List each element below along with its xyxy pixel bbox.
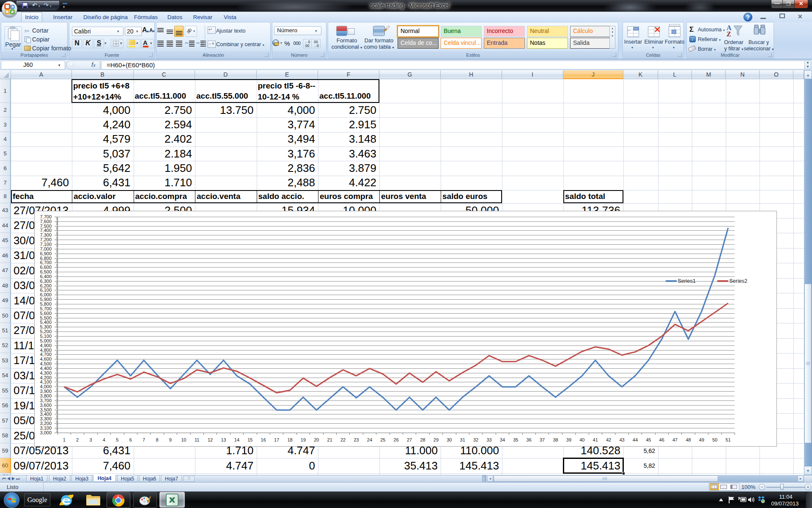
svg-text:17: 17 — [274, 437, 279, 442]
svg-text:43: 43 — [619, 437, 624, 442]
svg-text:6,700: 6,700 — [40, 260, 52, 265]
svg-text:3,400: 3,400 — [40, 411, 52, 417]
svg-text:6,600: 6,600 — [40, 265, 52, 270]
svg-text:5,100: 5,100 — [40, 334, 52, 339]
svg-text:3,900: 3,900 — [40, 389, 52, 394]
svg-text:6,500: 6,500 — [40, 269, 52, 274]
svg-text:1: 1 — [63, 437, 65, 442]
svg-text:Series1: Series1 — [678, 278, 695, 284]
svg-text:3: 3 — [89, 437, 92, 442]
svg-text:5,600: 5,600 — [40, 311, 52, 316]
svg-text:31: 31 — [460, 437, 465, 442]
svg-text:3,000: 3,000 — [40, 430, 52, 435]
svg-text:35: 35 — [513, 437, 518, 442]
svg-text:7,400: 7,400 — [40, 228, 52, 233]
svg-text:12: 12 — [207, 437, 212, 442]
svg-text:24: 24 — [367, 437, 372, 442]
svg-text:5,200: 5,200 — [40, 329, 52, 334]
svg-text:26: 26 — [393, 437, 398, 442]
svg-text:6,200: 6,200 — [40, 283, 52, 288]
svg-text:11: 11 — [194, 437, 199, 442]
svg-text:6,300: 6,300 — [40, 279, 52, 284]
svg-text:3,500: 3,500 — [40, 407, 52, 412]
svg-text:32: 32 — [473, 437, 478, 442]
svg-text:45: 45 — [646, 437, 651, 442]
svg-text:4,400: 4,400 — [40, 366, 52, 371]
svg-text:37: 37 — [539, 437, 544, 442]
svg-text:22: 22 — [340, 437, 345, 442]
svg-text:47: 47 — [672, 437, 677, 442]
svg-text:16: 16 — [261, 437, 266, 442]
svg-text:48: 48 — [686, 437, 691, 442]
svg-text:25: 25 — [380, 437, 385, 442]
svg-text:6,800: 6,800 — [40, 256, 52, 261]
svg-text:39: 39 — [566, 437, 571, 442]
svg-text:29: 29 — [433, 437, 438, 442]
svg-text:21: 21 — [327, 437, 332, 442]
svg-text:10: 10 — [181, 437, 186, 442]
svg-text:34: 34 — [499, 437, 505, 442]
svg-text:7,100: 7,100 — [40, 242, 52, 247]
svg-text:5,000: 5,000 — [40, 338, 52, 343]
svg-text:28: 28 — [420, 437, 425, 442]
svg-text:4,600: 4,600 — [40, 356, 52, 362]
svg-text:33: 33 — [486, 437, 491, 442]
svg-text:44: 44 — [632, 437, 637, 442]
svg-text:36: 36 — [526, 437, 531, 442]
svg-text:8: 8 — [156, 437, 158, 442]
svg-text:4,800: 4,800 — [40, 348, 52, 353]
svg-text:46: 46 — [659, 437, 664, 442]
svg-text:49: 49 — [699, 437, 704, 442]
svg-text:3,700: 3,700 — [40, 398, 52, 403]
svg-text:5: 5 — [116, 437, 118, 442]
svg-text:4,000: 4,000 — [40, 384, 52, 389]
svg-text:40: 40 — [579, 437, 584, 442]
svg-text:6,000: 6,000 — [40, 292, 52, 297]
svg-text:7,600: 7,600 — [40, 219, 52, 224]
svg-text:5,900: 5,900 — [40, 297, 52, 302]
svg-text:5,800: 5,800 — [40, 301, 52, 306]
svg-text:4,200: 4,200 — [40, 375, 52, 380]
svg-text:51: 51 — [725, 437, 730, 442]
svg-text:4,900: 4,900 — [40, 343, 52, 348]
svg-text:3,300: 3,300 — [40, 416, 52, 421]
svg-text:5,400: 5,400 — [40, 320, 52, 325]
svg-text:7: 7 — [143, 437, 145, 442]
svg-text:3,600: 3,600 — [40, 403, 52, 408]
svg-text:2: 2 — [76, 437, 79, 442]
svg-text:4: 4 — [102, 437, 105, 442]
svg-text:3,100: 3,100 — [40, 425, 52, 431]
svg-text:23: 23 — [354, 437, 359, 442]
svg-text:4,500: 4,500 — [40, 361, 52, 366]
svg-text:18: 18 — [287, 437, 292, 442]
svg-text:15: 15 — [247, 437, 252, 442]
svg-text:6,900: 6,900 — [40, 251, 52, 256]
svg-text:6,400: 6,400 — [40, 274, 52, 279]
svg-text:6,100: 6,100 — [40, 287, 52, 293]
svg-text:7,200: 7,200 — [40, 237, 52, 242]
svg-text:4,300: 4,300 — [40, 370, 52, 375]
svg-text:3,800: 3,800 — [40, 393, 52, 398]
svg-text:5,500: 5,500 — [40, 315, 52, 320]
svg-text:20: 20 — [314, 437, 319, 442]
svg-text:41: 41 — [593, 437, 598, 442]
svg-text:3,200: 3,200 — [40, 421, 52, 426]
svg-text:5,700: 5,700 — [40, 306, 52, 311]
svg-text:13: 13 — [221, 437, 226, 442]
svg-text:14: 14 — [234, 437, 239, 442]
svg-text:42: 42 — [606, 437, 611, 442]
svg-text:6: 6 — [129, 437, 132, 442]
svg-text:Series2: Series2 — [729, 278, 747, 284]
svg-text:4,700: 4,700 — [40, 352, 52, 357]
svg-text:9: 9 — [169, 437, 171, 442]
svg-text:5,300: 5,300 — [40, 324, 52, 329]
svg-text:7,700: 7,700 — [40, 214, 52, 219]
svg-text:50: 50 — [712, 437, 717, 442]
svg-text:30: 30 — [447, 437, 452, 442]
svg-text:38: 38 — [553, 437, 558, 442]
svg-text:4,100: 4,100 — [40, 379, 52, 384]
svg-text:19: 19 — [300, 437, 305, 442]
svg-text:7,000: 7,000 — [40, 246, 52, 251]
svg-text:27: 27 — [406, 437, 411, 442]
svg-text:7,300: 7,300 — [40, 232, 52, 237]
